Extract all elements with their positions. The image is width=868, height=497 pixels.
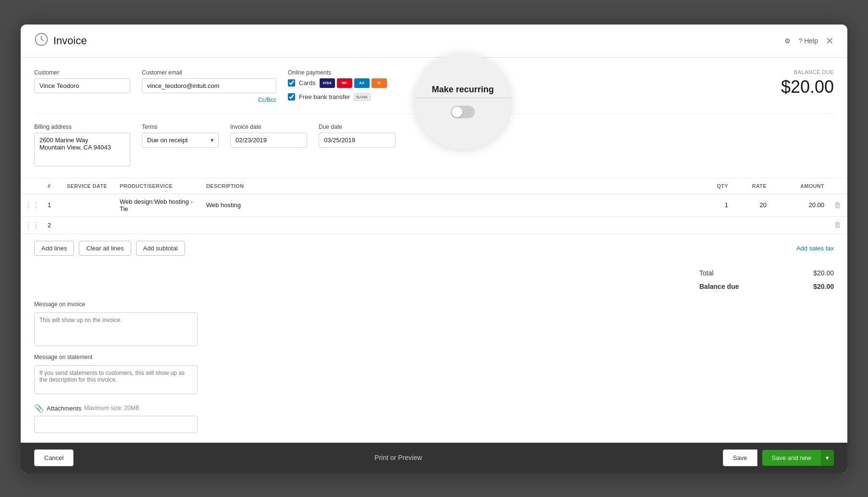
balance-due-row-value: $20.00 — [813, 283, 834, 290]
line-items-table: # SERVICE DATE PRODUCT/SERVICE DESCRIPTI… — [21, 178, 847, 234]
qty-1[interactable]: 1 — [694, 194, 732, 216]
due-date-group: Due date — [319, 124, 396, 148]
drag-icon: ⋮⋮ — [25, 221, 40, 229]
invoice-date-input[interactable] — [230, 133, 307, 148]
make-recurring-title: Make recurring — [432, 85, 494, 95]
col-header-delete — [828, 178, 847, 194]
rate-1[interactable]: 20 — [732, 194, 770, 216]
service-date-1[interactable] — [63, 194, 116, 216]
help-button[interactable]: ? Help — [798, 37, 818, 45]
col-header-description: DESCRIPTION — [202, 178, 694, 194]
bank-transfer-checkbox[interactable] — [288, 93, 295, 100]
add-sales-tax-button[interactable]: Add sales tax — [796, 245, 834, 252]
discover-icon: D — [372, 78, 387, 88]
action-row: Add lines Clear all lines Add subtotal A… — [21, 234, 847, 262]
balance-due-section: BALANCE DUE $20.00 — [781, 69, 834, 97]
table-row: ⋮⋮ 2 🗑 — [21, 216, 847, 234]
terms-select[interactable]: Due on receipt Net 15 Net 30 Net 60 — [142, 133, 219, 148]
cards-checkbox[interactable] — [288, 79, 295, 87]
message-statement-input[interactable] — [34, 365, 198, 394]
totals-table: Total $20.00 Balance due $20.00 — [699, 266, 834, 293]
service-date-2[interactable] — [63, 216, 116, 234]
attachments-limit: Maximum size: 20MB — [84, 405, 139, 411]
customer-field-group: Customer — [34, 69, 130, 93]
billing-address-input[interactable]: 2600 Marine Way Mountain View, CA 94043 — [34, 133, 130, 166]
attachments-section: 📎 Attachments Maximum size: 20MB — [21, 404, 847, 443]
billing-address-label: Billing address — [34, 124, 130, 130]
message-statement-label: Message on statement — [34, 354, 834, 360]
settings-button[interactable]: ⚙ — [784, 37, 791, 45]
terms-group: Terms Due on receipt Net 15 Net 30 Net 6… — [142, 124, 219, 148]
clear-all-lines-button[interactable]: Clear all lines — [79, 241, 131, 256]
due-date-input[interactable] — [319, 133, 396, 148]
gear-icon: ⚙ — [784, 37, 791, 45]
trash-icon: 🗑 — [834, 201, 842, 209]
delete-button-1[interactable]: 🗑 — [834, 201, 842, 210]
row-num-2: 2 — [44, 216, 63, 234]
close-button[interactable]: ✕ — [826, 35, 834, 47]
totals-section: Total $20.00 Balance due $20.00 — [21, 262, 847, 301]
attachments-dropzone[interactable] — [34, 416, 198, 433]
total-row: Total $20.00 — [699, 266, 834, 280]
save-button[interactable]: Save — [723, 449, 757, 466]
attachments-row: 📎 Attachments Maximum size: 20MB — [34, 404, 834, 413]
header-actions: ⚙ ? Help ✕ — [784, 35, 834, 47]
bank-label: Free bank transfer — [299, 93, 350, 100]
customer-label: Customer — [34, 69, 130, 76]
delete-row-2[interactable]: 🗑 — [828, 216, 847, 234]
cards-payment-row: Cards VISA MC AX D — [288, 78, 769, 88]
online-payments-group: Online payments Cards VISA MC AX D Free … — [288, 69, 769, 104]
balance-due-row-label: Balance due — [699, 283, 739, 290]
make-recurring-popup: Make recurring — [415, 53, 511, 149]
col-header-product: PRODUCT/SERVICE — [116, 178, 202, 194]
bank-payment-row: Free bank transfer BANK — [288, 93, 769, 101]
total-label: Total — [699, 269, 714, 277]
delete-button-2[interactable]: 🗑 — [834, 221, 842, 229]
col-header-drag — [21, 178, 44, 194]
col-header-qty: QTY — [694, 178, 732, 194]
footer-right-actions: Save Save and new ▾ — [723, 449, 834, 466]
qty-2[interactable] — [694, 216, 732, 234]
attachments-label: Attachments — [47, 405, 81, 412]
save-and-new-dropdown-button[interactable]: ▾ — [821, 450, 834, 466]
balance-due-label: BALANCE DUE — [781, 69, 834, 75]
chevron-down-icon: ▾ — [826, 454, 829, 461]
description-2[interactable] — [202, 216, 694, 234]
cancel-button[interactable]: Cancel — [34, 449, 74, 466]
amount-1: 20.00 — [770, 194, 828, 216]
amount-2 — [770, 216, 828, 234]
save-and-new-button[interactable]: Save and new — [762, 450, 821, 466]
add-subtotal-button[interactable]: Add subtotal — [136, 241, 185, 256]
make-recurring-toggle[interactable] — [451, 106, 475, 118]
drag-handle-1[interactable]: ⋮⋮ — [21, 194, 44, 216]
email-label: Customer email — [142, 69, 276, 76]
modal-footer: Cancel Print or Preview Save Save and ne… — [21, 443, 847, 473]
cc-bcc-link[interactable]: Cc/Bcc — [142, 97, 276, 103]
product-2[interactable] — [116, 216, 202, 234]
terms-select-wrapper: Due on receipt Net 15 Net 30 Net 60 ▾ — [142, 133, 219, 148]
row-num-1: 1 — [44, 194, 63, 216]
close-icon: ✕ — [826, 35, 834, 47]
col-header-rate: RATE — [732, 178, 770, 194]
table-row: ⋮⋮ 1 Web design:Web hosting - Tie Web ho… — [21, 194, 847, 216]
description-1[interactable]: Web hosting — [202, 194, 694, 216]
due-date-label: Due date — [319, 124, 396, 130]
message-invoice-label: Message on invoice — [34, 301, 834, 308]
toggle-slider[interactable] — [451, 106, 475, 118]
print-preview-button[interactable]: Print or Preview — [374, 454, 422, 461]
balance-due-amount: $20.00 — [781, 77, 834, 97]
customer-input[interactable] — [34, 78, 130, 93]
add-lines-button[interactable]: Add lines — [34, 241, 74, 256]
rate-2[interactable] — [732, 216, 770, 234]
recurring-divider — [415, 98, 511, 98]
attachment-icon: 📎 — [34, 404, 44, 413]
invoice-date-group: Invoice date — [230, 124, 307, 148]
message-invoice-input[interactable] — [34, 312, 198, 346]
product-1[interactable]: Web design:Web hosting - Tie — [116, 194, 202, 216]
col-header-amount: AMOUNT — [770, 178, 828, 194]
drag-handle-2[interactable]: ⋮⋮ — [21, 216, 44, 234]
email-field-group: Customer email Cc/Bcc — [142, 69, 276, 103]
delete-row-1[interactable]: 🗑 — [828, 194, 847, 216]
drag-icon: ⋮⋮ — [25, 201, 40, 209]
email-input[interactable] — [142, 78, 276, 93]
